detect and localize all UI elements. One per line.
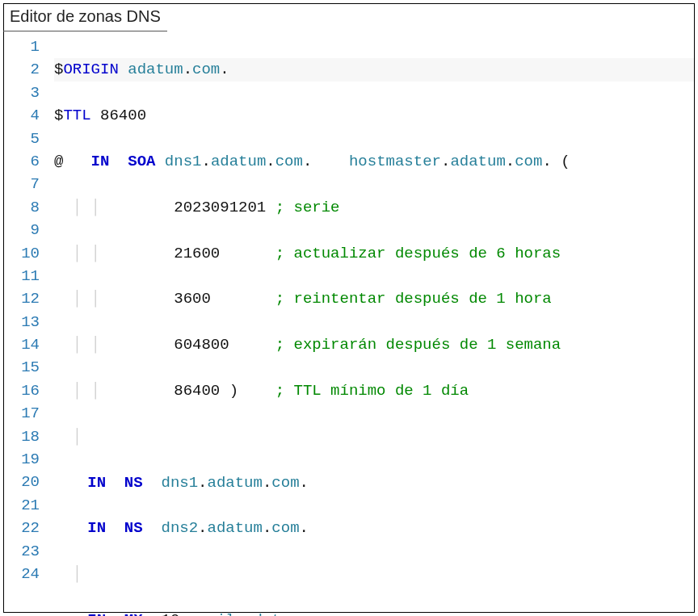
line-number: 11 <box>12 265 40 287</box>
line-number: 14 <box>12 333 40 356</box>
line-number: 7 <box>12 173 40 195</box>
code-line[interactable]: │ │ 604800 ; expirarán después de 1 sema… <box>54 333 694 356</box>
editor-window: Editor de zonas DNS 12345678910111213141… <box>3 3 695 613</box>
line-number: 3 <box>12 82 40 104</box>
line-number-gutter: 123456789101112131415161718192021222324 <box>4 36 54 616</box>
code-line[interactable]: │ <box>54 563 694 585</box>
code-line[interactable]: │ │ 86400 ) ; TTL mínimo de 1 día <box>54 379 694 402</box>
code-line[interactable]: IN NS dns2.adatum.com. <box>54 517 694 539</box>
line-number: 1 <box>12 36 40 58</box>
line-number: 10 <box>12 242 40 265</box>
line-number: 20 <box>12 471 40 493</box>
line-number: 24 <box>12 563 40 585</box>
code-line[interactable]: IN MX 10 mail.adatum.com. <box>54 609 694 616</box>
line-number: 9 <box>12 219 40 241</box>
code-line[interactable]: $ORIGIN adatum.com. <box>54 58 694 81</box>
code-line[interactable]: │ │ 2023091201 ; serie <box>54 196 694 219</box>
line-number: 5 <box>12 128 40 150</box>
code-line[interactable]: │ <box>54 425 694 448</box>
code-line[interactable]: │ │ 3600 ; reintentar después de 1 hora <box>54 287 694 310</box>
line-number: 2 <box>12 58 40 81</box>
line-number: 22 <box>12 517 40 539</box>
line-number: 19 <box>12 448 40 471</box>
line-number: 15 <box>12 356 40 379</box>
code-line[interactable]: │ │ 21600 ; actualizar después de 6 hora… <box>54 242 694 265</box>
line-number: 23 <box>12 540 40 563</box>
window-title: Editor de zonas DNS <box>3 4 167 31</box>
line-number: 18 <box>12 425 40 448</box>
line-number: 6 <box>12 150 40 173</box>
code-line[interactable]: $TTL 86400 <box>54 104 694 127</box>
code-line[interactable]: @ IN SOA dns1.adatum.com. hostmaster.ada… <box>54 150 694 173</box>
code-editor[interactable]: 123456789101112131415161718192021222324 … <box>4 32 694 616</box>
line-number: 4 <box>12 104 40 127</box>
line-number: 16 <box>12 379 40 402</box>
line-number: 12 <box>12 287 40 310</box>
line-number: 17 <box>12 402 40 425</box>
line-number: 13 <box>12 311 40 333</box>
line-number: 21 <box>12 494 40 517</box>
line-number: 8 <box>12 196 40 219</box>
code-area[interactable]: $ORIGIN adatum.com. $TTL 86400 @ IN SOA … <box>54 36 694 616</box>
code-line[interactable]: IN NS dns1.adatum.com. <box>54 471 694 494</box>
